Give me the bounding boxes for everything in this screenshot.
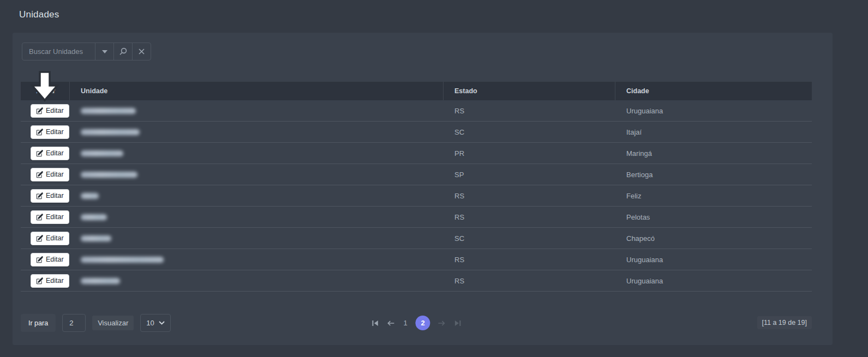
- edit-button[interactable]: Editar: [31, 125, 69, 139]
- last-page-icon: [454, 320, 461, 326]
- column-header-cidade: Cidade: [615, 82, 812, 100]
- first-page-icon: [372, 320, 379, 326]
- next-page-button[interactable]: [438, 319, 446, 328]
- estado-cell: RS: [444, 100, 615, 121]
- estado-cell: RS: [444, 185, 615, 206]
- cidade-cell: Itajaí: [615, 122, 812, 142]
- pager: 1 2: [370, 314, 462, 332]
- pencil-square-icon: [36, 150, 43, 157]
- column-header-unidade: Unidade: [70, 82, 444, 100]
- cidade-cell: Feliz: [615, 185, 812, 206]
- page-title: Unidades: [19, 9, 59, 20]
- table-row: Editar SP Bertioga: [21, 164, 812, 185]
- redacted-unit-name: [81, 129, 140, 135]
- cidade-cell: Uruguaiana: [615, 270, 812, 291]
- redacted-unit-name: [81, 257, 164, 263]
- estado-cell: SC: [444, 122, 615, 142]
- estado-cell: RS: [444, 207, 615, 227]
- previous-page-button[interactable]: [386, 319, 395, 328]
- pencil-square-icon: [36, 107, 43, 114]
- edit-button-label: Editar: [46, 107, 64, 114]
- edit-button[interactable]: Editar: [31, 253, 69, 267]
- cidade-cell: Uruguaiana: [615, 100, 812, 121]
- down-arrow-icon: [28, 70, 61, 102]
- redacted-unit-name: [81, 108, 136, 114]
- page-size-select[interactable]: 10: [140, 314, 170, 332]
- down-arrow-annotation: [28, 70, 61, 105]
- edit-button-label: Editar: [46, 256, 64, 263]
- search-submit-button[interactable]: [113, 43, 132, 60]
- redacted-unit-name: [81, 235, 111, 241]
- last-page-button[interactable]: [453, 319, 462, 328]
- table-row: Editar RS Feliz: [21, 185, 812, 207]
- edit-button-label: Editar: [46, 171, 64, 178]
- redacted-unit-name: [81, 172, 137, 178]
- search-icon: [119, 47, 127, 56]
- pencil-square-icon: [36, 256, 43, 263]
- column-header-estado: Estado: [444, 82, 615, 100]
- edit-button-label: Editar: [46, 234, 64, 242]
- chevron-down-icon: [159, 321, 165, 325]
- redacted-unit-name: [81, 193, 99, 199]
- page-size-label: Visualizar: [92, 316, 134, 330]
- search-control: [22, 43, 151, 60]
- go-to-page-button[interactable]: Ir para: [21, 314, 56, 332]
- table-row: Editar PR Maringá: [21, 143, 812, 164]
- edit-button[interactable]: Editar: [31, 274, 69, 288]
- footer-left-controls: Ir para Visualizar 10: [21, 314, 171, 332]
- go-to-page-input[interactable]: [62, 314, 86, 332]
- estado-cell: RS: [444, 270, 615, 291]
- result-range-text: [11 a 19 de 19]: [757, 316, 812, 329]
- table-row: Editar RS Pelotas: [21, 207, 812, 228]
- table-row: Editar RS Uruguaiana: [21, 100, 812, 122]
- pencil-square-icon: [36, 277, 43, 285]
- edit-button-label: Editar: [46, 128, 64, 136]
- cidade-cell: Uruguaiana: [615, 249, 812, 270]
- edit-button-label: Editar: [46, 213, 64, 221]
- cidade-cell: Pelotas: [615, 207, 812, 227]
- cidade-cell: Bertioga: [615, 164, 812, 185]
- redacted-unit-name: [81, 150, 123, 156]
- estado-cell: SC: [444, 228, 615, 249]
- search-options-button[interactable]: [95, 43, 113, 60]
- search-clear-button[interactable]: [132, 43, 151, 60]
- search-input[interactable]: [22, 43, 95, 60]
- estado-cell: SP: [444, 164, 615, 185]
- first-page-button[interactable]: [370, 319, 379, 328]
- arrow-left-icon: [387, 320, 394, 326]
- cidade-cell: Maringá: [615, 143, 812, 164]
- page-1-button[interactable]: 1: [402, 319, 408, 327]
- edit-button[interactable]: Editar: [31, 232, 69, 245]
- table-row: Editar RS Uruguaiana: [21, 270, 812, 292]
- caret-down-icon: [102, 50, 107, 53]
- pencil-square-icon: [36, 192, 43, 199]
- edit-button[interactable]: Editar: [31, 168, 69, 181]
- redacted-unit-name: [81, 278, 120, 284]
- edit-button[interactable]: Editar: [31, 104, 69, 118]
- page-size-value: 10: [146, 319, 154, 327]
- table-row: Editar SC Itajaí: [21, 122, 812, 143]
- pencil-square-icon: [36, 129, 43, 136]
- table-row: Editar RS Uruguaiana: [21, 249, 812, 270]
- pencil-square-icon: [36, 214, 43, 221]
- edit-button[interactable]: Editar: [31, 189, 69, 203]
- edit-button-label: Editar: [46, 149, 64, 157]
- edit-button-label: Editar: [46, 277, 64, 285]
- edit-button-label: Editar: [46, 192, 64, 199]
- table-header: Editar Unidade Estado Cidade: [21, 82, 812, 100]
- unidades-panel: Editar Unidade Estado Cidade Editar RS U…: [13, 33, 833, 345]
- estado-cell: RS: [444, 249, 615, 270]
- page-2-button-current[interactable]: 2: [416, 316, 430, 330]
- redacted-unit-name: [81, 214, 107, 220]
- unidades-table: Editar Unidade Estado Cidade Editar RS U…: [21, 82, 812, 292]
- cidade-cell: Chapecó: [615, 228, 812, 249]
- estado-cell: PR: [444, 143, 615, 164]
- table-footer: Ir para Visualizar 10: [21, 314, 812, 332]
- close-icon: [139, 49, 145, 55]
- edit-button[interactable]: Editar: [31, 210, 69, 224]
- arrow-right-icon: [438, 320, 446, 326]
- table-row: Editar SC Chapecó: [21, 228, 812, 249]
- pencil-square-icon: [36, 235, 43, 242]
- pencil-square-icon: [36, 171, 43, 178]
- edit-button[interactable]: Editar: [31, 147, 69, 160]
